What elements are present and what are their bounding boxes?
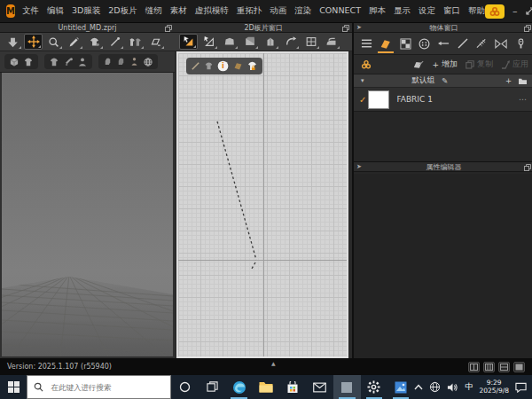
layout-preset-button-2[interactable] [483,362,495,372]
microsoft-store-button[interactable] [279,375,306,399]
wireframe-globe-toggle[interactable] [143,57,153,67]
avatar-body-toggle[interactable] [129,57,139,66]
menu-file[interactable]: 文件 [22,5,39,17]
search-input[interactable] [49,382,164,393]
menu-edit[interactable]: 编辑 [47,5,64,17]
property-editor-titlebar[interactable]: ➤ 属性编辑器 [354,162,532,172]
menu-avatar[interactable]: 虚拟模特 [195,5,229,17]
avatar-silhouette-toggle[interactable] [77,57,88,67]
transform-pattern-tool[interactable] [179,34,198,50]
minimize-button[interactable]: – [512,5,518,17]
restore-button[interactable] [526,7,532,15]
locked-garment-icon[interactable] [246,60,258,72]
menu-help[interactable]: 帮助 [468,5,485,17]
menu-window[interactable]: 窗口 [443,5,460,17]
menu-script[interactable]: 脚本 [369,5,386,17]
ime-indicator[interactable]: 中 [465,381,473,393]
needle-tool-button[interactable] [106,34,124,50]
edit-pattern-tool[interactable] [200,34,218,50]
menu-material[interactable]: 素材 [170,5,187,17]
mail-button[interactable] [307,375,333,399]
popout-icon[interactable] [524,25,531,32]
layout-preset-button-4[interactable] [513,362,525,372]
fabric-more-button[interactable]: ⋯ [519,95,527,104]
info-badge-icon[interactable]: i [217,60,229,72]
avatar-skin-toggle-1[interactable] [103,57,113,66]
tab-graphic[interactable] [396,34,414,53]
fabric-list-item[interactable]: ✓ FABRIC 1 ⋯ [354,88,532,112]
move-tool-button[interactable] [24,34,43,50]
sketch-line-display-icon[interactable] [191,61,200,71]
tab-button[interactable] [416,34,434,53]
volume-icon[interactable] [447,382,458,393]
account-icon[interactable] [485,4,505,19]
popout-icon[interactable] [342,25,349,32]
menu-sewing[interactable]: 缝纫 [145,5,162,17]
avatar-skin-toggle-2[interactable] [116,57,126,66]
flatten-tool-button[interactable] [146,34,165,50]
active-app-button[interactable] [333,375,360,399]
rename-group-icon[interactable]: ✎ [442,76,448,85]
show-garment-toggle[interactable] [23,57,34,67]
tab-grading[interactable] [492,34,510,53]
trace-tool[interactable] [281,34,300,50]
layout-preset-button-1[interactable] [468,362,480,372]
tab-buttonhole[interactable] [434,34,452,53]
brush-tool-button[interactable] [65,34,83,50]
menu-2d-pattern[interactable]: 2D板片 [108,5,137,17]
folder-icon[interactable] [518,77,528,85]
collapse-panel-icon[interactable]: ➤ [356,25,362,31]
viewport-3d[interactable] [2,73,173,356]
fabric-swatch[interactable] [368,90,389,109]
collapse-panel-icon[interactable]: ➤ [356,164,362,170]
taskbar-search[interactable] [27,375,171,399]
rectangle-pattern-tool[interactable] [240,34,259,50]
cortana-button[interactable] [171,375,198,399]
pin-garment-tool-button[interactable] [85,34,104,50]
garment-surface-toggle[interactable] [49,57,59,67]
group-dropdown-icon[interactable]: ▾ [361,77,364,84]
apply-fabric-button[interactable]: 应用 [501,59,528,70]
fabric-piece-display-icon[interactable] [233,61,243,71]
polygon-pattern-tool[interactable] [220,34,239,50]
add-group-icon[interactable]: + [505,76,512,85]
menu-display[interactable]: 显示 [394,5,411,17]
tab-fabric[interactable] [377,34,395,53]
menu-settings[interactable]: 设定 [419,5,435,17]
show-3d-box-toggle[interactable] [9,57,20,67]
add-fabric-button[interactable]: + 增加 [432,59,458,70]
taskbar-clock[interactable]: 9:29 2025/9/8 [479,379,509,395]
tab-object-list[interactable] [358,34,376,53]
menu-render[interactable]: 渲染 [294,5,311,17]
file-explorer-button[interactable] [253,375,279,399]
tab-puckering[interactable] [473,34,491,53]
menu-connect[interactable]: CONNECT [319,5,361,17]
tab-topstitch[interactable] [454,34,472,53]
hidden-icons-chevron[interactable] [414,384,423,390]
expand-panel-icon[interactable]: ▲ [271,360,276,366]
photos-button[interactable] [387,375,414,399]
pattern-canvas-2d[interactable]: i [176,51,348,358]
popout-icon[interactable] [165,25,172,32]
start-button[interactable] [0,375,27,399]
layout-preset-button-3[interactable] [498,362,510,372]
menu-animation[interactable]: 动画 [270,5,286,17]
task-view-button[interactable] [199,375,225,399]
popout-icon[interactable] [524,164,531,171]
copy-fabric-button[interactable]: 复制 [466,59,493,70]
menu-3d-garment[interactable]: 3D服装 [72,5,100,17]
garment-display-icon[interactable] [204,61,214,71]
panel-3d-titlebar[interactable]: Untitled_MD.zprj [0,23,175,33]
fabric-check-icon[interactable]: ✓ [359,95,366,105]
dart-tool[interactable] [261,34,279,50]
object-window-titlebar[interactable]: ➤ 物体窗口 [354,23,532,33]
select-lasso-tool-button[interactable] [44,34,63,50]
settings-button[interactable] [361,375,387,399]
action-center-icon[interactable] [515,382,527,393]
tab-zipper[interactable] [512,34,529,53]
iron-tool[interactable] [322,34,340,50]
edit-fabric-button[interactable] [413,59,424,69]
seam-grid-tool[interactable] [301,34,320,50]
edge-browser-button[interactable] [225,375,252,399]
network-globe-icon[interactable] [429,381,441,393]
